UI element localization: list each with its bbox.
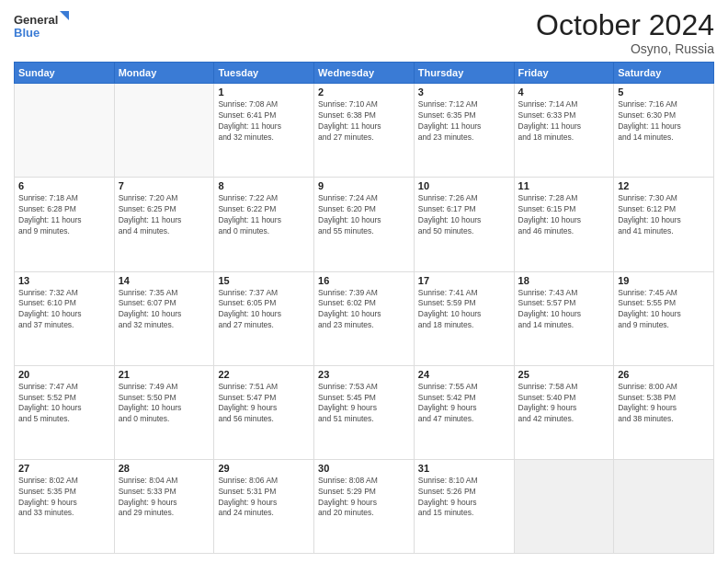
calendar-cell: 11Sunrise: 7:28 AM Sunset: 6:15 PM Dayli… bbox=[514, 178, 614, 271]
location: Osyno, Russia bbox=[536, 41, 714, 56]
day-info: Sunrise: 7:47 AM Sunset: 5:52 PM Dayligh… bbox=[18, 382, 110, 426]
day-number: 6 bbox=[18, 180, 110, 191]
day-info: Sunrise: 7:12 AM Sunset: 6:35 PM Dayligh… bbox=[418, 99, 510, 144]
day-number: 15 bbox=[218, 275, 310, 286]
day-info: Sunrise: 7:49 AM Sunset: 5:50 PM Dayligh… bbox=[119, 382, 210, 426]
calendar-cell: 4Sunrise: 7:14 AM Sunset: 6:33 PM Daylig… bbox=[514, 84, 614, 178]
col-sunday: Sunday bbox=[15, 63, 115, 84]
col-wednesday: Wednesday bbox=[314, 63, 415, 84]
day-info: Sunrise: 7:24 AM Sunset: 6:20 PM Dayligh… bbox=[318, 193, 410, 237]
day-number: 18 bbox=[518, 275, 610, 286]
calendar-week-0: 1Sunrise: 7:08 AM Sunset: 6:41 PM Daylig… bbox=[15, 84, 714, 178]
day-number: 27 bbox=[18, 463, 110, 474]
day-number: 7 bbox=[119, 180, 210, 191]
col-thursday: Thursday bbox=[414, 63, 514, 84]
calendar-cell: 6Sunrise: 7:18 AM Sunset: 6:28 PM Daylig… bbox=[15, 178, 115, 271]
day-number: 16 bbox=[318, 275, 410, 286]
calendar-week-3: 20Sunrise: 7:47 AM Sunset: 5:52 PM Dayli… bbox=[15, 365, 714, 459]
calendar-cell: 26Sunrise: 8:00 AM Sunset: 5:38 PM Dayli… bbox=[614, 365, 714, 459]
calendar-cell: 5Sunrise: 7:16 AM Sunset: 6:30 PM Daylig… bbox=[614, 84, 714, 178]
day-number: 5 bbox=[618, 86, 710, 98]
calendar-cell: 16Sunrise: 7:39 AM Sunset: 6:02 PM Dayli… bbox=[314, 271, 415, 365]
day-info: Sunrise: 7:37 AM Sunset: 6:05 PM Dayligh… bbox=[218, 288, 310, 332]
day-info: Sunrise: 8:08 AM Sunset: 5:29 PM Dayligh… bbox=[318, 476, 410, 520]
calendar-cell bbox=[514, 459, 614, 553]
day-number: 2 bbox=[318, 86, 410, 98]
col-tuesday: Tuesday bbox=[214, 63, 314, 84]
calendar-cell: 17Sunrise: 7:41 AM Sunset: 5:59 PM Dayli… bbox=[414, 271, 514, 365]
calendar-cell: 13Sunrise: 7:32 AM Sunset: 6:10 PM Dayli… bbox=[15, 271, 115, 365]
svg-text:Blue: Blue bbox=[14, 26, 40, 40]
day-number: 9 bbox=[318, 180, 410, 191]
day-info: Sunrise: 7:55 AM Sunset: 5:42 PM Dayligh… bbox=[418, 382, 510, 426]
day-info: Sunrise: 7:10 AM Sunset: 6:38 PM Dayligh… bbox=[318, 99, 410, 144]
day-info: Sunrise: 7:53 AM Sunset: 5:45 PM Dayligh… bbox=[318, 382, 410, 426]
day-number: 4 bbox=[518, 86, 610, 98]
page: General Blue October 2024 Osyno, Russia … bbox=[0, 0, 728, 563]
day-info: Sunrise: 8:06 AM Sunset: 5:31 PM Dayligh… bbox=[218, 476, 310, 520]
day-info: Sunrise: 7:39 AM Sunset: 6:02 PM Dayligh… bbox=[318, 288, 410, 332]
day-info: Sunrise: 7:41 AM Sunset: 5:59 PM Dayligh… bbox=[418, 288, 510, 332]
calendar-cell bbox=[614, 459, 714, 553]
calendar-week-1: 6Sunrise: 7:18 AM Sunset: 6:28 PM Daylig… bbox=[15, 178, 714, 271]
calendar-cell: 1Sunrise: 7:08 AM Sunset: 6:41 PM Daylig… bbox=[214, 84, 314, 178]
calendar-cell: 30Sunrise: 8:08 AM Sunset: 5:29 PM Dayli… bbox=[314, 459, 415, 553]
header: General Blue October 2024 Osyno, Russia bbox=[14, 9, 714, 56]
day-info: Sunrise: 7:14 AM Sunset: 6:33 PM Dayligh… bbox=[518, 99, 610, 144]
calendar-week-2: 13Sunrise: 7:32 AM Sunset: 6:10 PM Dayli… bbox=[15, 271, 714, 365]
calendar-cell: 9Sunrise: 7:24 AM Sunset: 6:20 PM Daylig… bbox=[314, 178, 415, 271]
day-info: Sunrise: 7:51 AM Sunset: 5:47 PM Dayligh… bbox=[218, 382, 310, 426]
day-number: 20 bbox=[18, 369, 110, 380]
calendar-header-row: Sunday Monday Tuesday Wednesday Thursday… bbox=[15, 63, 714, 84]
day-number: 28 bbox=[119, 463, 210, 474]
calendar-cell bbox=[15, 84, 115, 178]
day-info: Sunrise: 8:02 AM Sunset: 5:35 PM Dayligh… bbox=[18, 476, 110, 520]
calendar-cell: 28Sunrise: 8:04 AM Sunset: 5:33 PM Dayli… bbox=[114, 459, 214, 553]
calendar-cell: 27Sunrise: 8:02 AM Sunset: 5:35 PM Dayli… bbox=[15, 459, 115, 553]
day-number: 30 bbox=[318, 463, 410, 474]
svg-marker-2 bbox=[60, 11, 69, 20]
day-info: Sunrise: 7:28 AM Sunset: 6:15 PM Dayligh… bbox=[518, 193, 610, 237]
logo: General Blue bbox=[14, 9, 69, 42]
calendar-cell: 2Sunrise: 7:10 AM Sunset: 6:38 PM Daylig… bbox=[314, 84, 415, 178]
day-number: 22 bbox=[218, 369, 310, 380]
day-info: Sunrise: 7:20 AM Sunset: 6:25 PM Dayligh… bbox=[119, 193, 210, 237]
day-info: Sunrise: 7:22 AM Sunset: 6:22 PM Dayligh… bbox=[218, 193, 310, 237]
calendar-cell: 25Sunrise: 7:58 AM Sunset: 5:40 PM Dayli… bbox=[514, 365, 614, 459]
calendar-cell: 31Sunrise: 8:10 AM Sunset: 5:26 PM Dayli… bbox=[414, 459, 514, 553]
day-number: 8 bbox=[218, 180, 310, 191]
day-info: Sunrise: 7:58 AM Sunset: 5:40 PM Dayligh… bbox=[518, 382, 610, 426]
calendar-cell: 22Sunrise: 7:51 AM Sunset: 5:47 PM Dayli… bbox=[214, 365, 314, 459]
day-number: 13 bbox=[18, 275, 110, 286]
calendar-cell: 10Sunrise: 7:26 AM Sunset: 6:17 PM Dayli… bbox=[414, 178, 514, 271]
calendar-cell: 8Sunrise: 7:22 AM Sunset: 6:22 PM Daylig… bbox=[214, 178, 314, 271]
day-info: Sunrise: 7:43 AM Sunset: 5:57 PM Dayligh… bbox=[518, 288, 610, 332]
day-info: Sunrise: 8:10 AM Sunset: 5:26 PM Dayligh… bbox=[418, 476, 510, 520]
day-info: Sunrise: 7:16 AM Sunset: 6:30 PM Dayligh… bbox=[618, 99, 710, 144]
title-block: October 2024 Osyno, Russia bbox=[536, 9, 714, 56]
day-info: Sunrise: 7:30 AM Sunset: 6:12 PM Dayligh… bbox=[618, 193, 710, 237]
day-info: Sunrise: 7:32 AM Sunset: 6:10 PM Dayligh… bbox=[18, 288, 110, 332]
day-number: 1 bbox=[218, 86, 310, 98]
day-number: 31 bbox=[418, 463, 510, 474]
day-info: Sunrise: 7:08 AM Sunset: 6:41 PM Dayligh… bbox=[218, 99, 310, 144]
day-info: Sunrise: 7:35 AM Sunset: 6:07 PM Dayligh… bbox=[119, 288, 210, 332]
calendar-cell: 7Sunrise: 7:20 AM Sunset: 6:25 PM Daylig… bbox=[114, 178, 214, 271]
calendar-cell: 23Sunrise: 7:53 AM Sunset: 5:45 PM Dayli… bbox=[314, 365, 415, 459]
calendar-cell: 19Sunrise: 7:45 AM Sunset: 5:55 PM Dayli… bbox=[614, 271, 714, 365]
day-number: 3 bbox=[418, 86, 510, 98]
calendar-cell: 20Sunrise: 7:47 AM Sunset: 5:52 PM Dayli… bbox=[15, 365, 115, 459]
calendar-cell: 24Sunrise: 7:55 AM Sunset: 5:42 PM Dayli… bbox=[414, 365, 514, 459]
calendar-week-4: 27Sunrise: 8:02 AM Sunset: 5:35 PM Dayli… bbox=[15, 459, 714, 553]
day-number: 21 bbox=[119, 369, 210, 380]
day-number: 17 bbox=[418, 275, 510, 286]
col-saturday: Saturday bbox=[614, 63, 714, 84]
month-title: October 2024 bbox=[536, 9, 714, 41]
day-number: 24 bbox=[418, 369, 510, 380]
day-info: Sunrise: 7:18 AM Sunset: 6:28 PM Dayligh… bbox=[18, 193, 110, 237]
calendar-table: Sunday Monday Tuesday Wednesday Thursday… bbox=[14, 62, 714, 554]
day-number: 26 bbox=[618, 369, 710, 380]
col-monday: Monday bbox=[114, 63, 214, 84]
day-number: 14 bbox=[119, 275, 210, 286]
calendar-cell bbox=[114, 84, 214, 178]
